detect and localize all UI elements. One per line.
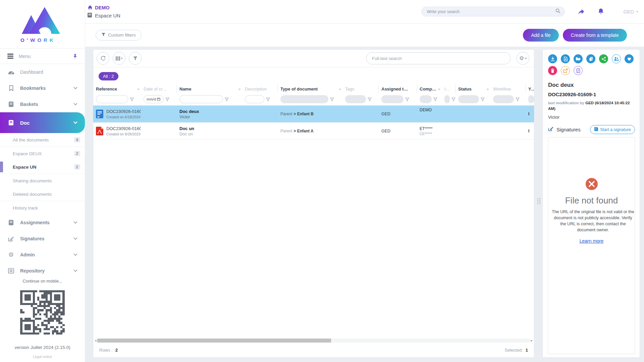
- column-header-i[interactable]: I…: [442, 84, 455, 93]
- fulltext-search-input[interactable]: [371, 56, 505, 61]
- app-logo[interactable]: O'WORK: [0, 0, 85, 48]
- external-link-icon[interactable]: [561, 66, 570, 75]
- delete-icon[interactable]: [548, 66, 557, 75]
- column-header-name[interactable]: Name▸: [177, 84, 242, 93]
- tags-filter-input[interactable]: [345, 95, 366, 103]
- funnel-icon[interactable]: [266, 98, 270, 101]
- sidebar-item-signatures[interactable]: Signatures: [0, 231, 85, 247]
- horizontal-scrollbar[interactable]: ◂ ▸: [94, 338, 533, 343]
- reference-filter-input[interactable]: [96, 95, 128, 103]
- sidebar-item-dashboard[interactable]: Dashboard: [0, 64, 85, 80]
- sidebar-item-admin[interactable]: ⚙ Admin: [0, 247, 85, 263]
- create-from-template-button[interactable]: Create from a template: [563, 29, 627, 42]
- name-filter-input[interactable]: [179, 95, 223, 103]
- sidebar-item-repository[interactable]: Repository: [0, 263, 85, 279]
- funnel-icon[interactable]: [481, 98, 485, 101]
- column-header-y[interactable]: Y…: [526, 84, 534, 93]
- description-filter-input[interactable]: [245, 95, 264, 103]
- column-header-description[interactable]: Description: [242, 84, 278, 93]
- users-icon[interactable]: [612, 54, 621, 63]
- sidebar-subitem-espace-deux[interactable]: Espace DEUX 2: [0, 147, 85, 160]
- funnel-icon[interactable]: [516, 98, 520, 101]
- comp-filter-input[interactable]: [420, 95, 432, 103]
- start-signature-button[interactable]: Start a signature: [590, 125, 635, 134]
- notifications-icon[interactable]: [598, 8, 604, 15]
- pdf-file-icon: [96, 127, 103, 135]
- sidebar-subitem-espace-un[interactable]: Espace UN 2: [0, 160, 85, 174]
- workflow-filter-input[interactable]: [493, 95, 514, 103]
- column-header-reference[interactable]: Reference▸: [93, 84, 141, 93]
- sort-icon: ▸: [339, 87, 342, 91]
- column-header-status[interactable]: Status▸: [455, 84, 490, 93]
- table-settings-button[interactable]: ⚙ ▾: [517, 52, 529, 65]
- column-header-workflow[interactable]: Workflow: [490, 84, 526, 93]
- scroll-left-arrow[interactable]: ◂: [94, 339, 97, 342]
- funnel-icon[interactable]: [451, 98, 455, 101]
- sidebar-subitem-all-documents[interactable]: All the documents 4: [0, 133, 85, 147]
- sidebar-item-assignments[interactable]: Assignments: [0, 215, 85, 231]
- global-search-input[interactable]: [426, 9, 555, 14]
- table-row[interactable]: w DOC230926-01609-1 Created on 6/18/2024…: [93, 106, 534, 123]
- favorite-icon[interactable]: [625, 54, 634, 63]
- assigned-filter-input[interactable]: [381, 95, 404, 103]
- funnel-icon[interactable]: [165, 98, 169, 101]
- chevron-down-icon: [73, 253, 77, 256]
- add-file-button[interactable]: Add a file: [523, 29, 558, 42]
- sidebar-subitem-sharing-documents[interactable]: Sharing documents: [0, 174, 85, 187]
- status-filter-input[interactable]: [458, 95, 479, 103]
- download-icon[interactable]: [548, 54, 557, 63]
- share-icon[interactable]: [599, 54, 608, 63]
- type-filter-input[interactable]: [280, 95, 328, 103]
- y-filter-input[interactable]: [528, 95, 534, 103]
- app: O'WORK Menu Dashboard Bookmarks: [0, 0, 644, 362]
- document-preview: File not found The URL of the original f…: [548, 137, 635, 354]
- date-filter-input[interactable]: mm/d: [144, 95, 164, 103]
- sidebar-subitem-deleted-documents[interactable]: Deleted documents: [0, 187, 85, 201]
- custom-filters-button[interactable]: Custom filters: [96, 30, 142, 41]
- scrollbar-thumb[interactable]: [97, 339, 331, 343]
- learn-more-link[interactable]: Learn more: [580, 238, 604, 244]
- funnel-icon[interactable]: [225, 98, 229, 101]
- funnel-icon[interactable]: [130, 98, 134, 101]
- duplicate-icon[interactable]: [586, 54, 595, 63]
- breadcrumb-home[interactable]: DEMO: [87, 5, 120, 11]
- filter-chips: All : 2: [93, 67, 534, 80]
- user-menu[interactable]: GED ▾: [624, 9, 638, 14]
- sidebar-item-baskets[interactable]: Baskets: [0, 96, 85, 112]
- sort-icon: ▸: [487, 87, 490, 91]
- refresh-button[interactable]: [97, 52, 109, 65]
- menu-toggle-icon[interactable]: [7, 54, 13, 59]
- gear-icon: ⚙: [7, 252, 15, 258]
- count-badge: 4: [74, 137, 80, 142]
- share-icon[interactable]: [578, 9, 585, 15]
- table-row[interactable]: DOC230926-01608-0 Created on 9/26/2023 3…: [93, 123, 534, 140]
- columns-button[interactable]: ▾: [113, 52, 125, 65]
- scroll-right-arrow[interactable]: ▸: [530, 339, 533, 342]
- panel-resize-handle[interactable]: [537, 198, 541, 204]
- scrollbar-track[interactable]: [97, 339, 530, 343]
- funnel-icon[interactable]: [433, 98, 437, 101]
- i-filter-input[interactable]: [444, 95, 450, 103]
- column-header-type[interactable]: Type of document▸: [278, 84, 342, 93]
- funnel-icon[interactable]: [368, 98, 372, 101]
- upload-version-icon[interactable]: [561, 54, 570, 63]
- table-header: Reference▸ Date of cr… Name▸ Description…: [93, 84, 534, 93]
- legal-notice-link[interactable]: Legal notice: [0, 355, 85, 359]
- column-header-date[interactable]: Date of cr…: [141, 84, 177, 93]
- column-header-tags[interactable]: Tags: [342, 84, 379, 93]
- pin-icon[interactable]: [73, 54, 77, 59]
- open-folder-icon[interactable]: [574, 54, 583, 63]
- document-file-icon[interactable]: [574, 66, 583, 75]
- search-icon[interactable]: [555, 8, 560, 15]
- funnel-icon[interactable]: [405, 98, 409, 101]
- dashboard-icon: [7, 70, 15, 74]
- column-header-assigned[interactable]: Assigned t…: [379, 84, 417, 93]
- all-filter-chip[interactable]: All : 2: [99, 72, 118, 80]
- sidebar-item-bookmarks[interactable]: Bookmarks: [0, 80, 85, 96]
- funnel-icon[interactable]: [330, 98, 334, 101]
- sidebar-subitem-history-track[interactable]: History track: [0, 201, 85, 215]
- filters-button[interactable]: [129, 52, 142, 65]
- column-header-comp[interactable]: Comp…▸: [417, 84, 442, 93]
- sidebar-item-doc[interactable]: Doc: [0, 112, 85, 133]
- qr-code: [20, 290, 64, 335]
